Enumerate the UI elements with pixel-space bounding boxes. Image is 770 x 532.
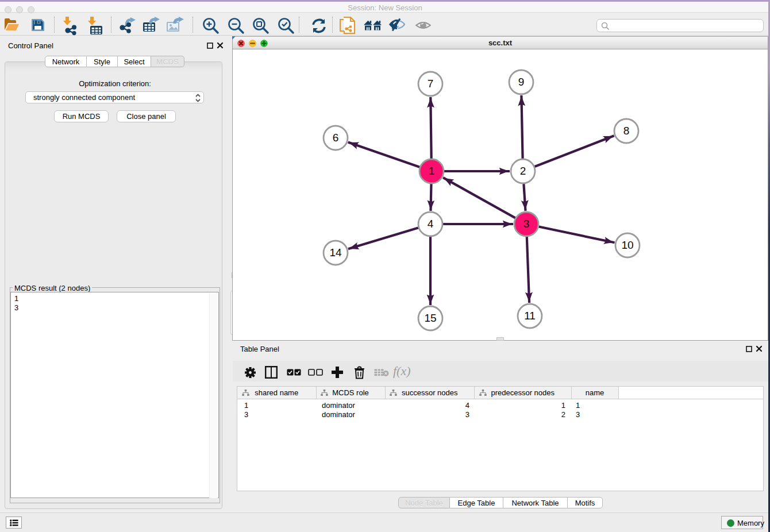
svg-text:15: 15 <box>424 312 436 324</box>
svg-text:8: 8 <box>623 125 630 137</box>
svg-text:11: 11 <box>524 310 536 322</box>
svg-text:6: 6 <box>333 132 339 144</box>
svg-text:3: 3 <box>523 218 530 230</box>
svg-text:9: 9 <box>518 76 525 88</box>
svg-text:14: 14 <box>329 246 342 259</box>
svg-text:4: 4 <box>428 218 434 230</box>
svg-text:7: 7 <box>428 78 434 90</box>
svg-text:10: 10 <box>621 239 633 251</box>
svg-text:1: 1 <box>429 165 435 177</box>
svg-text:2: 2 <box>520 165 526 177</box>
